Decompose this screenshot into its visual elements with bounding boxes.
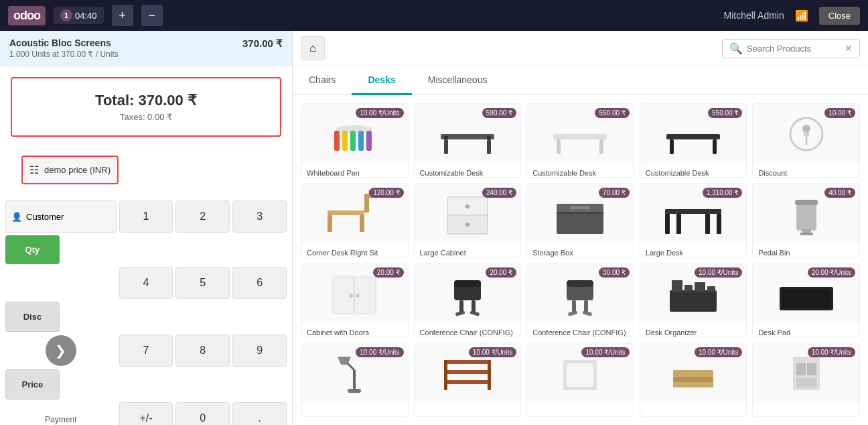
search-input[interactable]	[747, 44, 841, 54]
product-name	[753, 404, 859, 417]
qty-button[interactable]: Qty	[5, 235, 60, 264]
svg-rect-82	[796, 363, 806, 375]
product-pedal-bin[interactable]: 40.00 ₹ Pedal Bin	[752, 183, 860, 257]
svg-rect-60	[670, 290, 717, 312]
session-badge: 1	[60, 9, 72, 21]
svg-rect-37	[717, 214, 721, 234]
product-large-cabinet[interactable]: 240.00 ₹ Large Cabinet	[414, 183, 522, 257]
svg-rect-55	[567, 280, 593, 287]
svg-rect-84	[796, 378, 816, 387]
product-item5[interactable]: 10.00 ₹/Units	[752, 343, 860, 417]
order-item-sub: 1.000 Units at 370.00 ₹ / Units	[9, 50, 119, 59]
home-button[interactable]: ⌂	[301, 36, 325, 60]
product-desk-custom-black[interactable]: 550.00 ₹ Customizable Desk (CONFIG) (Cus…	[640, 103, 747, 178]
num-4-button[interactable]: 4	[119, 267, 173, 299]
svg-point-29	[465, 204, 469, 208]
pricelist-label: demo price (INR)	[44, 165, 111, 175]
product-item3[interactable]: 10.00 ₹/Units	[526, 343, 634, 417]
customer-label: Customer	[26, 212, 64, 222]
pricelist-icon: ☷	[29, 164, 39, 176]
order-item[interactable]: Acoustic Bloc Screens 1.000 Units at 370…	[0, 31, 292, 66]
product-desk-pad[interactable]: 20.00 ₹/Units Desk Pad	[752, 263, 860, 337]
product-price-badge: 10.00 ₹/Units	[469, 347, 516, 357]
customer-icon: 👤	[11, 212, 22, 222]
svg-rect-77	[567, 363, 593, 387]
order-total-area: Total: 370.00 ₹ Taxes: 0.00 ₹	[11, 77, 281, 137]
num-1-button[interactable]: 1	[119, 200, 173, 233]
svg-rect-80	[673, 382, 713, 387]
num-7-button[interactable]: 7	[119, 335, 173, 367]
close-button[interactable]: Close	[819, 7, 860, 25]
product-shelf[interactable]: 10.00 ₹/Units	[414, 343, 522, 417]
product-lamp[interactable]: 10.00 ₹/Units	[301, 343, 409, 417]
tab-desks[interactable]: Desks	[352, 66, 411, 95]
product-corner-desk[interactable]: 120.00 ₹ Corner Desk Right Sit	[301, 183, 409, 257]
price-button[interactable]: Price	[5, 369, 60, 400]
customer-button[interactable]: 👤 Customer	[5, 200, 117, 233]
product-name	[415, 404, 521, 417]
product-storage-box[interactable]: 70.00 ₹ Storage Box	[526, 183, 634, 257]
product-price-badge: 30.00 ₹	[599, 267, 630, 278]
product-desk-custom-white[interactable]: 550.00 ₹ Customizable Desk (CONFIG) (Cus…	[526, 103, 634, 178]
product-price-badge: 10.00 ₹/Units	[356, 347, 403, 357]
svg-rect-11	[553, 134, 607, 139]
svg-rect-78	[673, 370, 713, 377]
search-clear-icon[interactable]: ✕	[845, 43, 853, 54]
pricelist-button[interactable]: ☷ demo price (INR)	[21, 156, 119, 184]
num-8-button[interactable]: 8	[175, 335, 230, 367]
svg-point-47	[356, 294, 360, 298]
search-icon: 🔍	[729, 42, 743, 55]
svg-rect-43	[800, 233, 813, 235]
num-6-button[interactable]: 6	[232, 267, 287, 299]
product-item4[interactable]: 10.00 ₹/Units	[640, 343, 747, 417]
svg-rect-38	[676, 214, 681, 234]
product-price-badge: 40.00 ₹	[824, 188, 855, 198]
svg-rect-6	[441, 134, 494, 139]
num-9-button[interactable]: 9	[232, 335, 287, 367]
svg-rect-24	[328, 215, 332, 232]
num-0-button[interactable]: 0	[175, 402, 230, 425]
product-conf-chair-steel[interactable]: 20.00 ₹ Conference Chair (CONFIG) (Steel…	[414, 263, 522, 337]
product-name: Customizable Desk (CONFIG) (Custom, Whit…	[527, 164, 634, 178]
search-box[interactable]: 🔍 ✕	[722, 39, 860, 58]
odoo-logo-text: odoo	[8, 6, 46, 25]
payment-button[interactable]: ❯	[46, 335, 76, 366]
category-tabs: Chairs Desks Miscellaneous	[293, 66, 868, 95]
svg-rect-66	[782, 289, 831, 308]
product-discount[interactable]: 10.00 ₹ Discount	[752, 103, 860, 178]
svg-rect-21	[328, 210, 364, 215]
product-name: Discount	[753, 164, 859, 178]
decimal-button[interactable]: .	[232, 402, 287, 425]
svg-rect-79	[673, 377, 713, 382]
num-3-button[interactable]: 3	[232, 200, 287, 233]
svg-rect-63	[695, 282, 705, 292]
svg-rect-9	[444, 136, 448, 139]
svg-rect-36	[665, 214, 670, 234]
product-price-badge: 20.00 ₹	[373, 267, 404, 278]
product-cabinet-doors[interactable]: 20.00 ₹ Cabinet with Doors	[301, 263, 409, 337]
svg-rect-75	[488, 360, 491, 390]
num-5-button[interactable]: 5	[175, 267, 230, 299]
product-name	[301, 404, 408, 417]
add-session-button[interactable]: +	[112, 5, 133, 26]
num-2-button[interactable]: 2	[175, 200, 230, 233]
product-whiteboard-pen[interactable]: 10.00 ₹/Units Whiteboard Pen	[301, 103, 409, 178]
product-desk-organizer[interactable]: 10.00 ₹/Units Desk Organizer	[640, 263, 747, 337]
plusminus-button[interactable]: +/-	[119, 402, 173, 425]
tab-chairs[interactable]: Chairs	[293, 66, 352, 95]
disc-button[interactable]: Disc	[5, 302, 60, 332]
minus-button[interactable]: −	[141, 5, 163, 26]
svg-rect-3	[358, 131, 364, 151]
product-name: Large Desk	[640, 244, 747, 257]
svg-rect-70	[348, 389, 361, 393]
product-price-badge: 10.00 ₹/Units	[808, 347, 855, 357]
product-large-desk[interactable]: 1,310.00 ₹ Large Desk	[640, 183, 747, 257]
svg-rect-41	[795, 200, 818, 205]
product-price-badge: 550.00 ₹	[595, 108, 629, 118]
product-desk-alum-black[interactable]: 590.00 ₹ Customizable Desk (CONFIG) (Alu…	[414, 103, 522, 178]
tab-miscellaneous[interactable]: Miscellaneous	[412, 66, 504, 95]
session-time: 04:40	[75, 11, 97, 21]
product-conf-chair-alum[interactable]: 30.00 ₹ Conference Chair (CONFIG) (Alumi…	[526, 263, 634, 337]
order-item-price: 370.00 ₹	[242, 38, 283, 50]
svg-rect-39	[705, 214, 710, 234]
